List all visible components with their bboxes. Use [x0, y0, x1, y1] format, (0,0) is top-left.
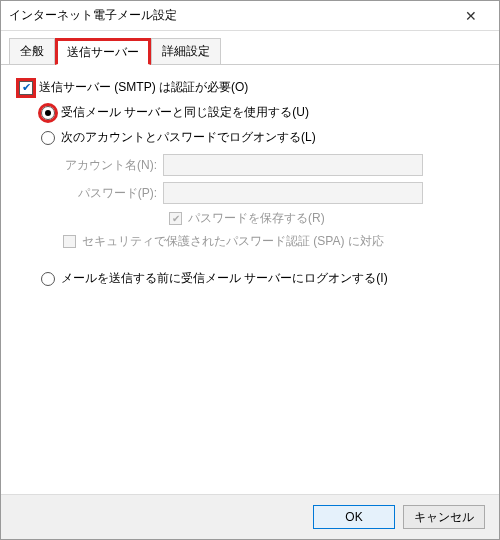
radio-custom-logon[interactable] — [41, 131, 55, 145]
save-password-row: ✔ パスワードを保存する(R) — [63, 210, 481, 227]
password-row: パスワード(P): — [63, 182, 481, 204]
checkmark-icon: ✔ — [172, 214, 180, 224]
tab-outgoing-label: 送信サーバー — [67, 45, 139, 59]
save-password-checkbox[interactable]: ✔ — [169, 212, 182, 225]
close-icon: ✕ — [465, 8, 477, 24]
cancel-button-label: キャンセル — [414, 509, 474, 526]
radio-same-label: 受信メール サーバーと同じ設定を使用する(U) — [61, 104, 309, 121]
password-label: パスワード(P): — [63, 185, 163, 202]
smtp-auth-label: 送信サーバー (SMTP) は認証が必要(O) — [39, 79, 248, 96]
spa-label: セキュリティで保護されたパスワード認証 (SPA) に対応 — [82, 233, 384, 250]
titlebar: インターネット電子メール設定 ✕ — [1, 1, 499, 31]
radio-custom-label: 次のアカウントとパスワードでログオンする(L) — [61, 129, 316, 146]
account-label: アカウント名(N): — [63, 157, 163, 174]
tab-advanced[interactable]: 詳細設定 — [151, 38, 221, 65]
smtp-auth-checkbox[interactable]: ✔ — [19, 81, 33, 95]
ok-button-label: OK — [345, 510, 362, 524]
radio-custom-row: 次のアカウントとパスワードでログオンする(L) — [19, 129, 481, 146]
tab-bar: 全般 送信サーバー 詳細設定 — [1, 31, 499, 65]
smtp-auth-row: ✔ 送信サーバー (SMTP) は認証が必要(O) — [19, 79, 481, 96]
account-row: アカウント名(N): — [63, 154, 481, 176]
tab-advanced-label: 詳細設定 — [162, 44, 210, 58]
spa-row: セキュリティで保護されたパスワード認証 (SPA) に対応 — [63, 233, 481, 250]
password-input[interactable] — [163, 182, 423, 204]
dialog-footer: OK キャンセル — [1, 494, 499, 539]
close-button[interactable]: ✕ — [451, 2, 491, 30]
tab-general-label: 全般 — [20, 44, 44, 58]
radio-pop-before-label: メールを送信する前に受信メール サーバーにログオンする(I) — [61, 270, 388, 287]
tab-outgoing-server[interactable]: 送信サーバー — [55, 38, 151, 65]
radio-pop-before-smtp[interactable] — [41, 272, 55, 286]
tab-general[interactable]: 全般 — [9, 38, 55, 65]
window-title: インターネット電子メール設定 — [9, 7, 451, 24]
custom-credentials-group: アカウント名(N): パスワード(P): ✔ パスワードを保存する(R) セキュ… — [19, 154, 481, 250]
tab-content: ✔ 送信サーバー (SMTP) は認証が必要(O) 受信メール サーバーと同じ設… — [1, 65, 499, 494]
checkmark-icon: ✔ — [22, 82, 31, 93]
radio-dot-icon — [45, 110, 51, 116]
radio-pop-before-row: メールを送信する前に受信メール サーバーにログオンする(I) — [19, 270, 481, 287]
dialog-window: インターネット電子メール設定 ✕ 全般 送信サーバー 詳細設定 ✔ 送信サーバー… — [0, 0, 500, 540]
radio-same-row: 受信メール サーバーと同じ設定を使用する(U) — [19, 104, 481, 121]
save-password-label: パスワードを保存する(R) — [188, 210, 325, 227]
radio-use-same-settings[interactable] — [41, 106, 55, 120]
spa-checkbox[interactable] — [63, 235, 76, 248]
ok-button[interactable]: OK — [313, 505, 395, 529]
cancel-button[interactable]: キャンセル — [403, 505, 485, 529]
account-input[interactable] — [163, 154, 423, 176]
